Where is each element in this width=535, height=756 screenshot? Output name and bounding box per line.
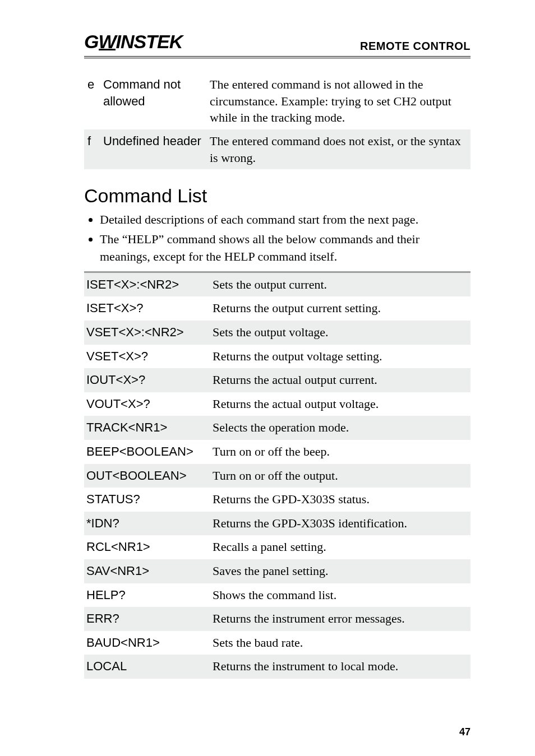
error-code: e	[84, 73, 100, 129]
command-name: VSET<X>:<NR2>	[84, 321, 210, 345]
error-code: f	[84, 129, 100, 169]
command-name: VOUT<X>?	[84, 392, 210, 416]
command-desc: Returns the GPD-X303S status.	[210, 488, 471, 512]
command-row: VOUT<X>?Returns the actual output voltag…	[84, 392, 471, 416]
error-desc: The entered command is not allowed in th…	[206, 73, 471, 129]
logo-part-left: G	[84, 31, 98, 52]
error-name: Command not allowed	[100, 73, 206, 129]
command-row: VSET<X>:<NR2>Sets the output voltage.	[84, 321, 471, 345]
command-desc: Sets the output current.	[210, 272, 471, 296]
command-name: *IDN?	[84, 512, 210, 536]
command-desc: Recalls a panel setting.	[210, 535, 471, 559]
command-name: IOUT<X>?	[84, 368, 210, 392]
command-name: OUT<BOOLEAN>	[84, 464, 210, 488]
command-desc: Returns the actual output current.	[210, 368, 471, 392]
command-desc: Sets the output voltage.	[210, 321, 471, 345]
command-row: OUT<BOOLEAN>Turn on or off the output.	[84, 464, 471, 488]
command-name: LOCAL	[84, 655, 210, 679]
command-name: BEEP<BOOLEAN>	[84, 440, 210, 464]
command-row: *IDN?Returns the GPD-X303S identificatio…	[84, 512, 471, 536]
command-desc: Turn on or off the output.	[210, 464, 471, 488]
command-row: LOCALReturns the instrument to local mod…	[84, 655, 471, 679]
command-row: ERR?Returns the instrument error message…	[84, 607, 471, 631]
brand-logo: GWINSTEK	[84, 31, 182, 53]
command-name: ISET<X>?	[84, 296, 210, 321]
command-desc: Returns the output voltage setting.	[210, 345, 471, 369]
command-desc: Turn on or off the beep.	[210, 440, 471, 464]
command-row: STATUS?Returns the GPD-X303S status.	[84, 488, 471, 512]
command-desc: Shows the command list.	[210, 583, 471, 607]
page-header: GWINSTEK REMOTE CONTROL	[84, 31, 471, 58]
error-row: eCommand not allowedThe entered command …	[84, 73, 471, 129]
command-row: BEEP<BOOLEAN>Turn on or off the beep.	[84, 440, 471, 464]
command-row: BAUD<NR1>Sets the baud rate.	[84, 631, 471, 655]
command-row: IOUT<X>?Returns the actual output curren…	[84, 368, 471, 392]
section-heading: Command List	[84, 185, 471, 207]
logo-part-right: INSTEK	[116, 31, 183, 52]
command-name: RCL<NR1>	[84, 535, 210, 559]
command-desc: Selects the operation mode.	[210, 416, 471, 440]
command-desc: Saves the panel setting.	[210, 559, 471, 583]
command-desc: Returns the GPD-X303S identification.	[210, 512, 471, 536]
page-number: 47	[459, 726, 471, 738]
command-row: ISET<X>:<NR2>Sets the output current.	[84, 272, 471, 296]
command-name: SAV<NR1>	[84, 559, 210, 583]
command-name: STATUS?	[84, 488, 210, 512]
command-desc: Returns the instrument error messages.	[210, 607, 471, 631]
intro-bullet-item: Detailed descriptions of each command st…	[100, 211, 471, 229]
error-row: fUndefined headerThe entered command doe…	[84, 129, 471, 169]
error-table: eCommand not allowedThe entered command …	[84, 73, 471, 169]
command-row: VSET<X>?Returns the output voltage setti…	[84, 345, 471, 369]
intro-bullet-item: The “HELP” command shows all the below c…	[100, 231, 471, 266]
command-desc: Returns the output current setting.	[210, 296, 471, 321]
error-desc: The entered command does not exist, or t…	[206, 129, 471, 169]
command-name: ERR?	[84, 607, 210, 631]
header-section-title: REMOTE CONTROL	[360, 40, 471, 53]
command-desc: Returns the actual output voltage.	[210, 392, 471, 416]
command-row: SAV<NR1>Saves the panel setting.	[84, 559, 471, 583]
command-table: ISET<X>:<NR2>Sets the output current.ISE…	[84, 271, 471, 679]
command-name: TRACK<NR1>	[84, 416, 210, 440]
logo-part-u: W	[98, 31, 116, 53]
command-name: ISET<X>:<NR2>	[84, 272, 210, 296]
error-name: Undefined header	[100, 129, 206, 169]
command-row: HELP?Shows the command list.	[84, 583, 471, 607]
intro-bullets: Detailed descriptions of each command st…	[84, 211, 471, 265]
command-row: RCL<NR1>Recalls a panel setting.	[84, 535, 471, 559]
command-name: BAUD<NR1>	[84, 631, 210, 655]
command-name: HELP?	[84, 583, 210, 607]
command-desc: Sets the baud rate.	[210, 631, 471, 655]
command-name: VSET<X>?	[84, 345, 210, 369]
command-row: ISET<X>?Returns the output current setti…	[84, 296, 471, 321]
command-desc: Returns the instrument to local mode.	[210, 655, 471, 679]
command-row: TRACK<NR1>Selects the operation mode.	[84, 416, 471, 440]
